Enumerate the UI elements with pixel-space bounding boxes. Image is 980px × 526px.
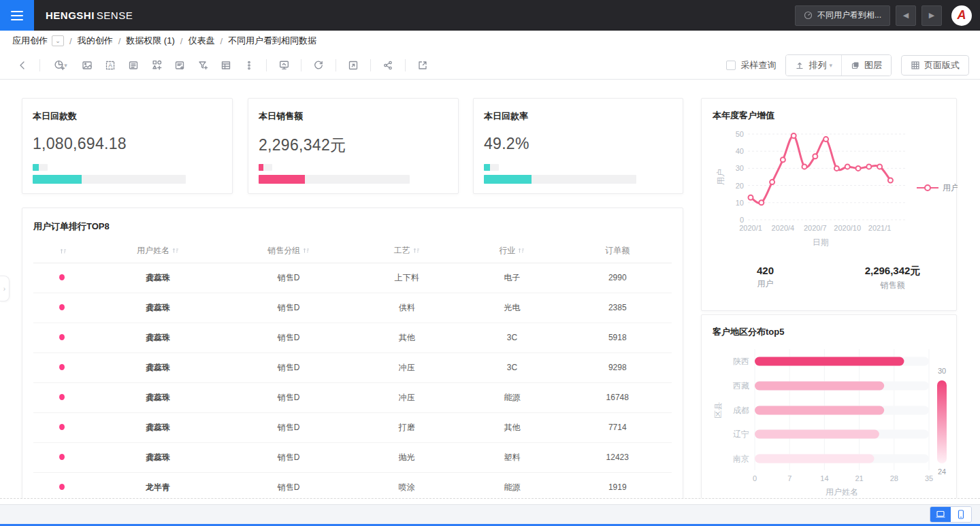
- svg-text:7: 7: [787, 474, 791, 482]
- next-dashboard-button[interactable]: ▶: [921, 5, 942, 26]
- table-header-row: 用户姓名销售分组工艺行业订单额: [33, 240, 672, 263]
- svg-text:南京: 南京: [733, 454, 749, 463]
- column-header[interactable]: [33, 240, 91, 263]
- kpi-value: 1,080,694.18: [33, 135, 222, 153]
- table-title: 用户订单排行TOP8: [33, 220, 672, 233]
- kpi-card-sales-amount[interactable]: 本日销售额 2,296,342元: [248, 98, 459, 194]
- breadcrumb-item-dashboard[interactable]: 仪表盘: [188, 35, 214, 47]
- order-table: 用户姓名销售分组工艺行业订单额 龚蕊珠销售D上下料电子2990龚蕊珠销售D供料光…: [33, 240, 672, 499]
- column-header[interactable]: 行业: [461, 240, 563, 263]
- column-header[interactable]: 工艺: [353, 240, 461, 263]
- breadcrumb-item-app[interactable]: 应用创作: [12, 35, 48, 47]
- app-logo: HENGSHISENSE: [46, 10, 133, 21]
- share-icon[interactable]: [378, 56, 397, 75]
- add-chart-button[interactable]: ▾: [48, 56, 74, 75]
- arrange-button[interactable]: 排列 ▾: [786, 55, 841, 76]
- desktop-view-button[interactable]: [930, 507, 951, 522]
- column-header[interactable]: 销售分组: [225, 240, 353, 263]
- dashboard-switcher-button[interactable]: 不同用户看到相...: [795, 5, 890, 26]
- svg-text:14: 14: [820, 474, 828, 482]
- region-distribution-chart-card[interactable]: 客户地区分布top5 0714212835陕西西藏成都辽宁南京用户姓名区县302…: [701, 314, 957, 499]
- kpi-card-payment-rate[interactable]: 本日回款率 49.2%: [473, 98, 683, 194]
- svg-text:20: 20: [736, 182, 744, 190]
- svg-text:35: 35: [925, 474, 933, 482]
- refresh-button[interactable]: [309, 56, 328, 75]
- row-dot-cell: [33, 382, 91, 412]
- add-list-button[interactable]: [170, 56, 189, 75]
- device-view-toggle: [930, 506, 972, 523]
- page-layout-button[interactable]: 页面版式: [901, 55, 969, 76]
- chart-title: 客户地区分布top5: [713, 326, 956, 338]
- svg-text:0: 0: [740, 216, 744, 224]
- table-row[interactable]: 龙半青销售D喷涂能源1919: [33, 472, 672, 499]
- table-row[interactable]: 龚蕊珠销售D供料光电2385: [33, 293, 672, 323]
- brand-secondary: SENSE: [97, 10, 133, 21]
- kpi-main-progress: [33, 175, 186, 184]
- kpi-main-progress: [484, 175, 636, 184]
- add-shape-button[interactable]: [147, 56, 166, 75]
- svg-text:50: 50: [736, 130, 744, 138]
- add-table-button[interactable]: [216, 56, 235, 75]
- breadcrumb-item-data-permission[interactable]: 数据权限 (1): [126, 35, 175, 47]
- chevron-down-icon[interactable]: ⌄: [52, 35, 64, 46]
- order-ranking-table-card[interactable]: 用户订单排行TOP8 用户姓名销售分组工艺行业订单额 龚蕊珠销售D上下料电子29…: [22, 208, 683, 499]
- row-dot-cell: [33, 472, 91, 499]
- svg-text:24: 24: [938, 467, 946, 476]
- layers-button[interactable]: 图层: [841, 55, 891, 76]
- add-card-button[interactable]: [124, 56, 143, 75]
- table-row[interactable]: 龚蕊珠销售D冲压3C9298: [33, 352, 672, 382]
- back-button[interactable]: [13, 56, 32, 75]
- mobile-view-button[interactable]: [951, 507, 971, 522]
- svg-text:2020/7: 2020/7: [804, 224, 827, 232]
- sample-query-toggle[interactable]: 采样查询: [726, 59, 776, 71]
- add-image-button[interactable]: [78, 56, 97, 75]
- more-options-button[interactable]: [240, 56, 259, 75]
- table-row[interactable]: 龚蕊珠销售D其他3C5918: [33, 323, 672, 352]
- expand-panel-handle[interactable]: ›: [0, 276, 10, 301]
- kpi-value: 2,296,342元: [259, 135, 448, 156]
- brand-primary: HENGSHI: [46, 10, 95, 21]
- svg-text:30: 30: [938, 367, 946, 375]
- table-row[interactable]: 龚蕊珠销售D上下料电子2990: [33, 263, 672, 293]
- breadcrumb-item-my-creations[interactable]: 我的创作: [78, 35, 113, 47]
- editor-toolbar: ▾ A 采样查询 排列 ▾ 图层: [0, 51, 980, 80]
- svg-text:21: 21: [855, 474, 863, 482]
- table-row[interactable]: 龚蕊珠销售D打磨其他7714: [33, 412, 672, 442]
- svg-text:陕西: 陕西: [733, 357, 749, 366]
- kpi-title: 本日回款数: [33, 110, 222, 122]
- prev-dashboard-button[interactable]: ◀: [896, 5, 916, 26]
- svg-text:辽宁: 辽宁: [733, 429, 749, 439]
- kpi-title: 本日销售额: [259, 110, 448, 122]
- table-row[interactable]: 龚蕊珠销售D抛光塑料12423: [33, 442, 672, 472]
- hamburger-menu-button[interactable]: [0, 0, 34, 31]
- kpi-mini-progress: [33, 164, 48, 171]
- customer-growth-chart-card[interactable]: 本年度客户增值 010203040502020/12020/42020/7202…: [701, 98, 957, 311]
- bar-chart[interactable]: 0714212835陕西西藏成都辽宁南京用户姓名区县3024: [713, 340, 958, 497]
- arrange-icon: [795, 61, 804, 70]
- kpi-title: 本日回款率: [484, 110, 672, 122]
- svg-text:日期: 日期: [813, 237, 829, 247]
- svg-text:40: 40: [736, 147, 744, 155]
- svg-text:2020/10: 2020/10: [834, 224, 861, 232]
- svg-text:用户: 用户: [716, 169, 725, 185]
- svg-text:2021/1: 2021/1: [868, 224, 892, 232]
- row-dot-cell: [33, 442, 91, 472]
- table-row[interactable]: 龚蕊珠销售D冲压能源16748: [33, 382, 672, 412]
- svg-text:0: 0: [753, 474, 757, 482]
- add-text-button[interactable]: A: [101, 56, 120, 75]
- grid-icon: [911, 61, 920, 70]
- checkbox-icon[interactable]: [726, 61, 736, 70]
- breadcrumb-item-current: 不同用户看到相同数据: [228, 35, 316, 47]
- export-button[interactable]: [413, 56, 432, 75]
- kpi-card-payment-count[interactable]: 本日回款数 1,080,694.18: [22, 98, 233, 194]
- column-header[interactable]: 用户姓名: [91, 240, 225, 263]
- user-avatar[interactable]: A: [951, 5, 972, 26]
- chart-title: 本年度客户增值: [713, 110, 956, 122]
- row-dot-cell: [33, 323, 91, 352]
- avatar-letter: A: [958, 8, 966, 22]
- present-button[interactable]: [274, 56, 293, 75]
- fullscreen-button[interactable]: [344, 56, 363, 75]
- line-chart[interactable]: 010203040502020/12020/42020/72020/102021…: [713, 125, 958, 269]
- column-header: 订单额: [564, 240, 672, 263]
- add-filter-button[interactable]: [193, 56, 212, 75]
